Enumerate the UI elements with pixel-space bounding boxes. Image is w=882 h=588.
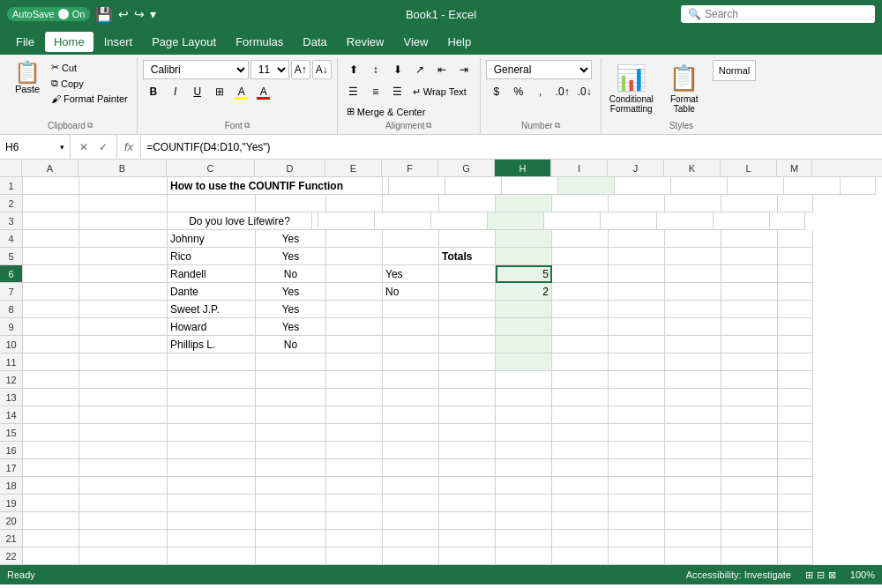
normal-style-box[interactable]: Normal [713,60,756,81]
row-header-13[interactable]: 13 [0,389,22,406]
align-right-button[interactable]: ☰ [387,82,408,101]
cell-g3[interactable] [431,212,488,230]
col-header-h[interactable]: H [495,160,551,176]
cell-a6[interactable] [23,265,79,283]
cell-c8[interactable]: Sweet J.P. [168,301,256,318]
menu-help[interactable]: Help [438,32,480,52]
menu-page-layout[interactable]: Page Layout [143,32,225,52]
cell-k10[interactable] [665,336,721,354]
cell-c9[interactable]: Howard [168,318,256,336]
cell-c10[interactable]: Phillips L. [168,336,256,354]
cell-j1[interactable] [671,177,728,195]
cell-c7[interactable]: Dante [168,283,256,301]
row-header-18[interactable]: 18 [0,477,22,495]
col-header-j[interactable]: J [608,160,664,176]
cell-j3[interactable] [601,212,657,230]
decimal-increase-button[interactable]: .0↑ [552,82,573,101]
cell-m6[interactable] [778,265,813,283]
col-header-b[interactable]: B [78,160,167,176]
row-header-4[interactable]: 4 [0,230,22,248]
cell-d5[interactable]: Yes [256,248,326,265]
cell-m3[interactable] [770,212,805,230]
cell-a10[interactable] [23,336,79,354]
cell-h4[interactable] [496,230,552,248]
cell-k4[interactable] [665,230,721,248]
cell-g2[interactable] [439,195,496,212]
undo-icon[interactable]: ↩ [118,7,129,21]
cell-j7[interactable] [609,283,665,301]
page-break-view-button[interactable]: ⊠ [828,569,836,581]
cell-d9[interactable]: Yes [256,318,326,336]
search-box[interactable]: 🔍 [681,5,875,23]
cell-g9[interactable] [439,318,496,336]
cell-g7[interactable] [439,283,496,301]
clipboard-expand-icon[interactable]: ⧉ [87,121,93,130]
cell-d1[interactable] [383,177,389,195]
cell-j8[interactable] [609,301,665,318]
row-header-6[interactable]: 6 [0,265,22,283]
cell-f6[interactable]: Yes [383,265,439,283]
cell-j2[interactable] [609,195,665,212]
row-header-11[interactable]: 11 [0,354,22,371]
cell-d7[interactable]: Yes [256,283,326,301]
cell-d8[interactable]: Yes [256,301,326,318]
align-left-button[interactable]: ☰ [343,82,364,101]
col-header-f[interactable]: F [382,160,438,176]
cell-f2[interactable] [383,195,439,212]
menu-review[interactable]: Review [338,32,393,52]
formula-input[interactable]: =COUNTIF(D4:D10,"Yes") [141,141,882,153]
cell-k6[interactable] [665,265,721,283]
cell-l1[interactable] [784,177,841,195]
row-header-5[interactable]: 5 [0,248,22,265]
col-header-c[interactable]: C [167,160,255,176]
cell-m8[interactable] [778,301,813,318]
cell-j10[interactable] [609,336,665,354]
more-icon[interactable]: ▾ [150,7,156,21]
row-header-22[interactable]: 22 [0,547,22,565]
menu-data[interactable]: Data [294,32,335,52]
cell-c4[interactable]: Johnny [168,230,256,248]
cell-l4[interactable] [721,230,778,248]
fill-color-button[interactable]: A [231,82,252,101]
cell-d4[interactable]: Yes [256,230,326,248]
font-color-button[interactable]: A [253,82,274,101]
wrap-text-button[interactable]: ↵ Wrap Text [409,82,470,101]
cell-f1[interactable] [445,177,502,195]
cell-m10[interactable] [778,336,813,354]
border-button[interactable]: ⊞ [209,82,230,101]
alignment-expand-icon[interactable]: ⧉ [426,121,431,130]
col-header-g[interactable]: G [438,160,495,176]
cell-e2[interactable] [326,195,383,212]
number-expand-icon[interactable]: ⧉ [555,121,560,130]
row-header-17[interactable]: 17 [0,459,22,477]
cell-k8[interactable] [665,301,721,318]
menu-insert[interactable]: Insert [95,32,142,52]
italic-button[interactable]: I [165,82,186,101]
cell-m7[interactable] [778,283,813,301]
cell-i4[interactable] [552,230,609,248]
cell-e3[interactable] [318,212,375,230]
cell-l6[interactable] [721,265,778,283]
cell-i9[interactable] [552,318,609,336]
confirm-formula-button[interactable]: ✓ [95,139,111,155]
cell-k9[interactable] [665,318,721,336]
normal-view-button[interactable]: ⊞ [805,569,813,581]
col-header-k[interactable]: K [664,160,721,176]
paste-button[interactable]: 📋 Paste [9,60,46,96]
cell-e9[interactable] [326,318,383,336]
menu-file[interactable]: File [7,32,43,52]
row-header-8[interactable]: 8 [0,301,22,318]
cut-button[interactable]: ✂ Cut [48,60,131,75]
cell-l7[interactable] [721,283,778,301]
row-header-9[interactable]: 9 [0,318,22,336]
col-header-l[interactable]: L [721,160,777,176]
cell-f8[interactable] [383,301,439,318]
cell-reference-box[interactable]: H6 ▾ [0,135,71,159]
cell-b6[interactable] [79,265,168,283]
cell-k2[interactable] [665,195,721,212]
cell-h9[interactable] [496,318,552,336]
conditional-formatting-button[interactable]: 📊 Conditional Formatting [607,60,656,117]
align-top-button[interactable]: ⬆ [343,60,364,79]
cell-a2[interactable] [23,195,79,212]
text-angle-button[interactable]: ↗ [409,60,430,79]
